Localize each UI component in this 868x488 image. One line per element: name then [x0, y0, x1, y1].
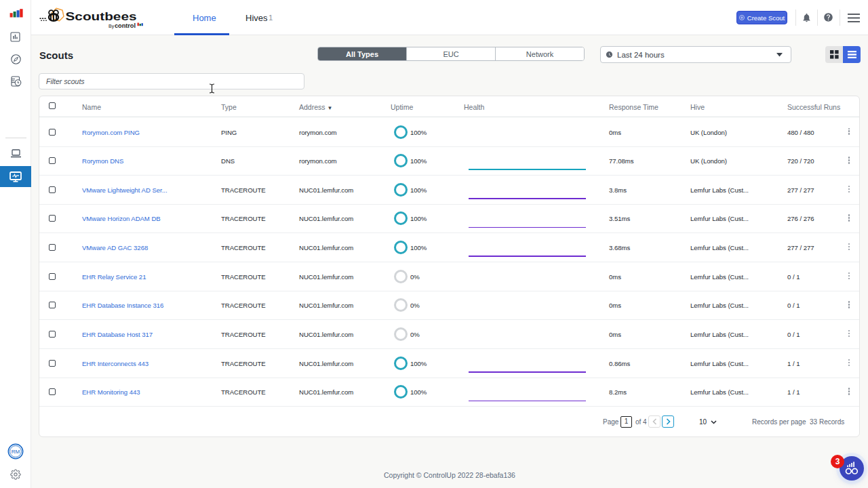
svg-text:RM: RM — [12, 449, 20, 455]
svg-text:Scoutbees: Scoutbees — [66, 10, 137, 22]
svg-text:control: control — [115, 22, 136, 29]
svg-text:By: By — [108, 24, 115, 29]
